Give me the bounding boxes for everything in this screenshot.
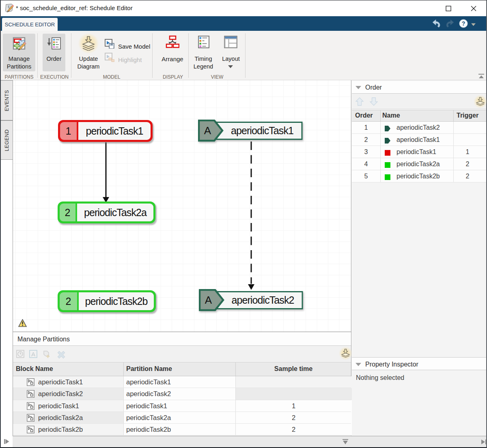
svg-text:?: ? <box>462 20 465 27</box>
svg-text:A: A <box>31 351 35 358</box>
